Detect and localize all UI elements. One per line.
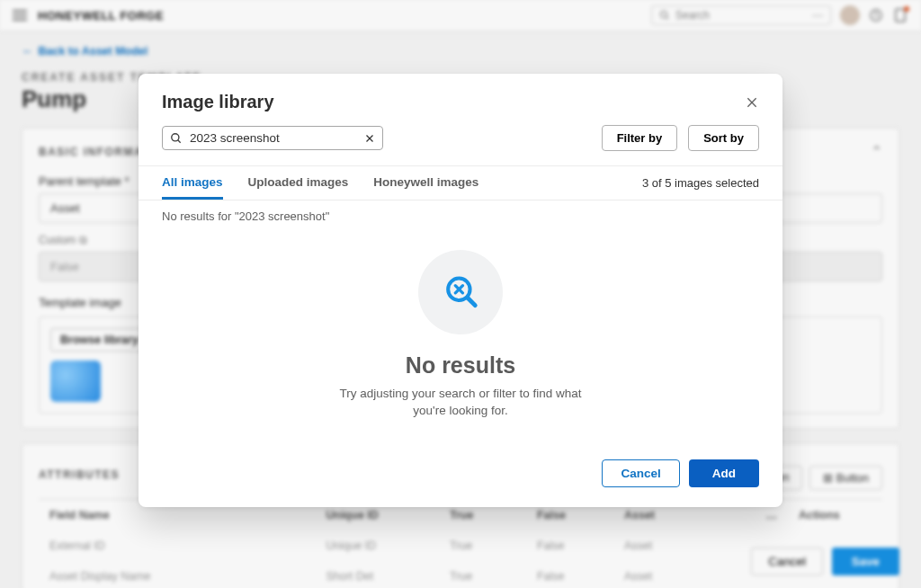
sort-by-button[interactable]: Sort by (688, 125, 759, 151)
image-search[interactable] (162, 126, 383, 150)
image-library-modal: Image library Filter by Sort by All imag… (139, 74, 782, 507)
selection-count: 3 of 5 images selected (642, 176, 759, 190)
clear-search-icon[interactable] (364, 133, 375, 144)
no-results-for-line: No results for "2023 screenshot" (139, 200, 782, 223)
close-icon[interactable] (745, 95, 759, 110)
image-search-input[interactable] (190, 131, 357, 145)
tab-uploaded-images[interactable]: Uploaded images (248, 166, 349, 200)
empty-state: No results Try adjusting your search or … (139, 223, 782, 443)
search-icon (170, 132, 183, 145)
empty-subtitle: Try adjusting your search or filter to f… (326, 386, 595, 420)
svg-point-6 (172, 133, 179, 140)
tab-all-images[interactable]: All images (162, 166, 223, 200)
svg-line-11 (468, 298, 475, 306)
add-button[interactable]: Add (689, 459, 759, 487)
empty-title: No results (406, 352, 515, 379)
modal-title: Image library (162, 92, 274, 112)
filter-by-button[interactable]: Filter by (602, 125, 678, 151)
cancel-button[interactable]: Cancel (602, 459, 679, 487)
svg-line-7 (178, 139, 181, 142)
tab-honeywell-images[interactable]: Honeywell images (373, 166, 478, 200)
no-results-icon (418, 250, 503, 334)
image-library-tabs: All images Uploaded images Honeywell ima… (162, 166, 478, 200)
